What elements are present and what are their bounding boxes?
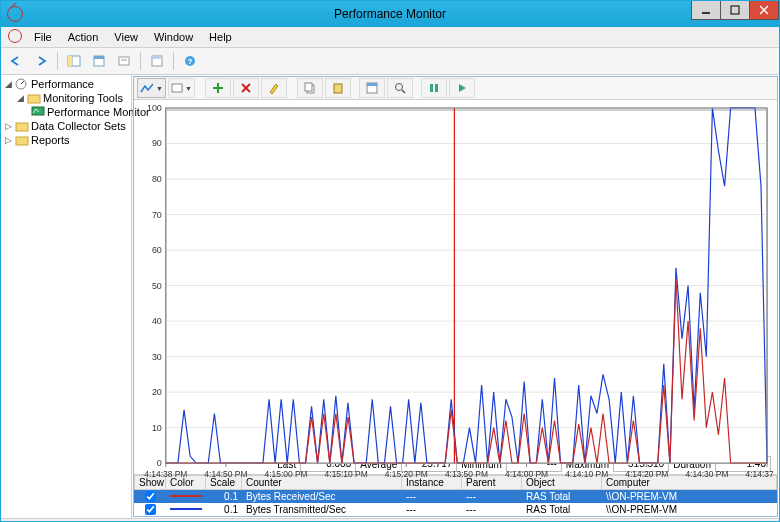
minimize-button[interactable]	[691, 1, 721, 20]
svg-rect-1	[731, 6, 739, 14]
svg-text:30: 30	[152, 352, 162, 362]
menu-window[interactable]: Window	[147, 29, 200, 45]
freeze-button[interactable]	[421, 78, 447, 98]
svg-text:4:14:20 PM: 4:14:20 PM	[625, 469, 668, 479]
show-hide-tree-button[interactable]	[63, 50, 85, 72]
svg-text:80: 80	[152, 174, 162, 184]
delete-counter-button[interactable]	[233, 78, 259, 98]
svg-text:4:14:37 PM: 4:14:37 PM	[746, 469, 773, 479]
svg-rect-30	[334, 84, 342, 93]
svg-rect-29	[305, 83, 312, 91]
copy-button[interactable]	[297, 78, 323, 98]
svg-text:?: ?	[188, 57, 193, 66]
tree-reports[interactable]: ▷Reports	[1, 133, 131, 147]
svg-text:0: 0	[157, 458, 162, 468]
properties-button[interactable]	[88, 50, 110, 72]
help-button[interactable]: ?	[179, 50, 201, 72]
nav-tree: ◢Performance ◢Monitoring Tools Performan…	[1, 75, 132, 518]
svg-text:4:14:00 PM: 4:14:00 PM	[505, 469, 548, 479]
svg-rect-36	[435, 84, 438, 92]
system-menu-icon[interactable]	[5, 27, 25, 47]
svg-text:4:14:38 PM: 4:14:38 PM	[144, 469, 187, 479]
tree-performance-monitor[interactable]: Performance Monitor	[1, 105, 131, 119]
expand-icon[interactable]: ▷	[3, 121, 13, 131]
svg-rect-8	[94, 56, 104, 59]
performance-icon	[15, 78, 29, 90]
svg-text:4:15:20 PM: 4:15:20 PM	[385, 469, 428, 479]
menubar: File Action View Window Help	[1, 27, 779, 48]
tree-root-performance[interactable]: ◢Performance	[1, 77, 131, 91]
app-icon	[7, 6, 23, 22]
svg-text:20: 20	[152, 387, 162, 397]
svg-rect-35	[430, 84, 433, 92]
table-row[interactable]: 0.1Bytes Transmitted/Sec------RAS Total\…	[134, 503, 777, 516]
export-button[interactable]	[113, 50, 135, 72]
folder-icon	[27, 92, 41, 104]
svg-point-33	[395, 84, 402, 91]
back-button[interactable]	[5, 50, 27, 72]
tree-data-collector-sets[interactable]: ▷Data Collector Sets	[1, 119, 131, 133]
tree-monitoring-tools[interactable]: ◢Monitoring Tools	[1, 91, 131, 105]
show-checkbox[interactable]	[145, 491, 156, 502]
expand-icon[interactable]: ▷	[3, 135, 13, 145]
chart-toolbar: ▼ ▼	[134, 77, 777, 100]
window-title: Performance Monitor	[1, 7, 779, 21]
svg-marker-37	[459, 84, 466, 92]
refresh-button[interactable]	[146, 50, 168, 72]
highlight-button[interactable]	[261, 78, 287, 98]
forward-button[interactable]	[30, 50, 52, 72]
show-checkbox[interactable]	[145, 504, 156, 515]
svg-rect-9	[119, 57, 129, 65]
svg-text:4:14:10 PM: 4:14:10 PM	[565, 469, 608, 479]
paste-button[interactable]	[325, 78, 351, 98]
main-toolbar: ?	[1, 48, 779, 75]
zoom-button[interactable]	[387, 78, 413, 98]
svg-text:4:13:50 PM: 4:13:50 PM	[445, 469, 488, 479]
svg-text:60: 60	[152, 245, 162, 255]
close-button[interactable]	[749, 1, 779, 20]
table-row[interactable]: 0.1Bytes Received/Sec------RAS Total\\ON…	[134, 490, 777, 503]
properties-button[interactable]	[359, 78, 385, 98]
svg-rect-32	[367, 83, 377, 86]
collapse-icon[interactable]: ◢	[3, 79, 13, 89]
svg-text:4:15:10 PM: 4:15:10 PM	[325, 469, 368, 479]
maximize-button[interactable]	[720, 1, 750, 20]
svg-rect-23	[172, 84, 182, 92]
folder-icon	[15, 120, 29, 132]
menu-file[interactable]: File	[27, 29, 59, 45]
update-button[interactable]	[449, 78, 475, 98]
svg-line-34	[402, 90, 405, 93]
svg-text:70: 70	[152, 210, 162, 220]
svg-text:4:15:00 PM: 4:15:00 PM	[264, 469, 307, 479]
folder-icon	[15, 134, 29, 146]
svg-text:50: 50	[152, 281, 162, 291]
menu-help[interactable]: Help	[202, 29, 239, 45]
menu-view[interactable]: View	[107, 29, 145, 45]
svg-rect-21	[16, 123, 28, 131]
monitor-icon	[31, 106, 45, 118]
add-counter-button[interactable]	[205, 78, 231, 98]
svg-rect-17	[28, 95, 40, 103]
svg-rect-6	[68, 56, 72, 66]
svg-text:90: 90	[152, 138, 162, 148]
svg-text:10: 10	[152, 423, 162, 433]
menu-action[interactable]: Action	[61, 29, 106, 45]
titlebar: Performance Monitor	[1, 1, 779, 27]
svg-text:4:14:30 PM: 4:14:30 PM	[685, 469, 728, 479]
view-type-button[interactable]: ▼	[137, 78, 166, 98]
svg-text:40: 40	[152, 316, 162, 326]
line-chart[interactable]: 01020304050607080901004:14:38 PM4:14:50 …	[138, 104, 773, 456]
svg-rect-22	[16, 137, 28, 145]
svg-rect-12	[152, 56, 162, 59]
svg-text:100: 100	[147, 104, 162, 113]
collapse-icon[interactable]: ◢	[15, 93, 25, 103]
svg-text:4:14:50 PM: 4:14:50 PM	[204, 469, 247, 479]
data-source-button[interactable]: ▼	[168, 78, 195, 98]
